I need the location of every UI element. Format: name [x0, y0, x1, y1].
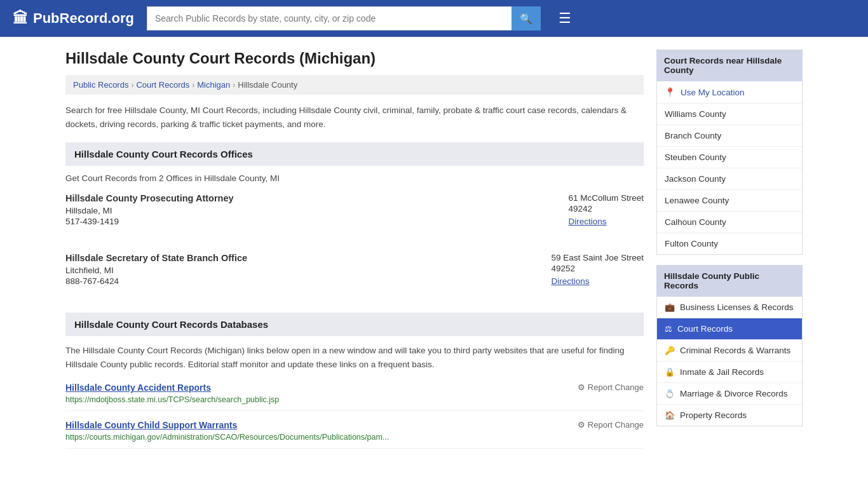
sidebar-item-court[interactable]: ⚖ Court Records — [657, 318, 802, 340]
logo-text: PubRecord.org — [33, 10, 134, 27]
sidebar-county-fulton[interactable]: Fulton County — [657, 233, 802, 254]
county-fulton-label: Fulton County — [665, 239, 718, 248]
report-change-icon-1: ⚙ — [578, 383, 585, 392]
record-item-1: Hillsdale County Accident Reports ⚙ Repo… — [65, 383, 644, 411]
lock-icon: 🔒 — [665, 367, 675, 377]
offices-section-header: Hillsdale County Court Records Offices — [65, 142, 644, 166]
office-2-zip: 49252 — [551, 264, 644, 273]
sidebar-item-inmate[interactable]: 🔒 Inmate & Jail Records — [657, 362, 802, 383]
offices-section-desc: Get Court Records from 2 Offices in Hill… — [65, 173, 644, 183]
office-1-name: Hillsdale County Prosecuting Attorney — [65, 193, 234, 203]
house-icon: 🏠 — [665, 410, 675, 420]
use-location-button[interactable]: 📍 Use My Location — [657, 81, 802, 104]
county-lenawee-label: Lenawee County — [665, 196, 729, 205]
office-1-address: 61 McCollum Street — [568, 193, 644, 203]
county-branch-label: Branch County — [665, 131, 721, 140]
nearby-section: Court Records near Hillsdale County 📍 Us… — [656, 50, 803, 255]
office-1-phone: 517-439-1419 — [65, 217, 234, 226]
record-1-report-change[interactable]: ⚙ Report Change — [578, 383, 644, 392]
report-change-icon-2: ⚙ — [578, 420, 585, 430]
office-2-directions[interactable]: Directions — [551, 276, 589, 286]
office-1-directions[interactable]: Directions — [568, 217, 606, 226]
record-1-url: https://mdotjboss.state.mi.us/TCPS/searc… — [65, 395, 644, 404]
record-item-2: Hillsdale County Child Support Warrants … — [65, 420, 644, 449]
sidebar-county-calhoun[interactable]: Calhoun County — [657, 212, 802, 233]
nearby-section-title: Court Records near Hillsdale County — [656, 50, 803, 81]
pin-icon: 📍 — [665, 87, 675, 97]
business-label: Business Licenses & Records — [680, 302, 794, 312]
breadcrumb-court-records[interactable]: Court Records — [136, 80, 189, 90]
main-content: Hillsdale County Court Records (Michigan… — [65, 50, 644, 458]
criminal-label: Criminal Records & Warrants — [680, 346, 790, 355]
search-area: 🔍 — [147, 6, 541, 30]
office-card-2: Hillsdale Secretary of State Branch Offi… — [65, 253, 644, 297]
sidebar-county-jackson[interactable]: Jackson County — [657, 168, 802, 190]
county-steuben-label: Steuben County — [665, 152, 726, 162]
office-1-zip: 49242 — [568, 204, 644, 214]
inmate-label: Inmate & Jail Records — [680, 367, 764, 377]
sidebar-county-lenawee[interactable]: Lenawee County — [657, 190, 802, 212]
record-2-url: https://courts.michigan.gov/Administrati… — [65, 433, 644, 442]
breadcrumb: Public Records › Court Records › Michiga… — [65, 75, 644, 95]
sidebar-item-property[interactable]: 🏠 Property Records — [657, 405, 802, 426]
sidebar-item-business[interactable]: 💼 Business Licenses & Records — [657, 297, 802, 318]
ring-icon: 💍 — [665, 389, 675, 398]
search-button[interactable]: 🔍 — [512, 6, 541, 30]
office-2-phone: 888-767-6424 — [65, 276, 247, 286]
marriage-label: Marriage & Divorce Records — [680, 389, 788, 398]
key-icon: 🔑 — [665, 346, 675, 355]
office-1-city: Hillsdale, MI — [65, 206, 234, 215]
search-input[interactable] — [147, 6, 512, 30]
bc-sep-3: › — [233, 81, 235, 90]
office-2-name: Hillsdale Secretary of State Branch Offi… — [65, 253, 247, 263]
public-records-section: Hillsdale County Public Records 💼 Busine… — [656, 265, 803, 426]
use-location-label: Use My Location — [681, 88, 745, 97]
logo-icon: 🏛 — [13, 10, 28, 27]
office-2-address: 59 East Saint Joe Street — [551, 253, 644, 262]
public-records-title: Hillsdale County Public Records — [656, 265, 803, 297]
site-header: 🏛 PubRecord.org 🔍 ☰ — [0, 0, 868, 37]
office-card-1: Hillsdale County Prosecuting Attorney Hi… — [65, 193, 644, 238]
sidebar-county-williams[interactable]: Williams County — [657, 104, 802, 125]
sidebar: Court Records near Hillsdale County 📍 Us… — [656, 50, 803, 458]
sidebar-item-marriage[interactable]: 💍 Marriage & Divorce Records — [657, 383, 802, 405]
sidebar-county-branch[interactable]: Branch County — [657, 125, 802, 147]
menu-button[interactable]: ☰ — [559, 10, 571, 27]
briefcase-icon: 💼 — [665, 302, 675, 312]
court-label: Court Records — [677, 324, 733, 334]
sidebar-item-criminal[interactable]: 🔑 Criminal Records & Warrants — [657, 340, 802, 362]
page-description: Search for free Hillsdale County, MI Cou… — [65, 104, 644, 131]
record-2-report-change[interactable]: ⚙ Report Change — [578, 420, 644, 430]
record-2-title[interactable]: Hillsdale County Child Support Warrants — [65, 420, 237, 430]
bc-sep-2: › — [192, 81, 194, 90]
bc-sep-1: › — [131, 81, 133, 90]
page-title: Hillsdale County Court Records (Michigan… — [65, 50, 644, 67]
balance-icon: ⚖ — [665, 324, 672, 334]
breadcrumb-current: Hillsdale County — [238, 80, 297, 90]
office-2-city: Litchfield, MI — [65, 266, 247, 275]
breadcrumb-michigan[interactable]: Michigan — [197, 80, 230, 90]
public-record-items: 💼 Business Licenses & Records ⚖ Court Re… — [656, 297, 803, 426]
sidebar-county-steuben[interactable]: Steuben County — [657, 147, 802, 168]
property-label: Property Records — [680, 410, 747, 420]
databases-section-desc: The Hillsdale County Court Records (Mich… — [65, 344, 644, 371]
nearby-items: 📍 Use My Location Williams County Branch… — [656, 81, 803, 255]
record-1-title[interactable]: Hillsdale County Accident Reports — [65, 383, 211, 393]
county-jackson-label: Jackson County — [665, 174, 726, 184]
county-calhoun-label: Calhoun County — [665, 217, 726, 227]
databases-section-header: Hillsdale County Court Records Databases — [65, 313, 644, 336]
site-logo[interactable]: 🏛 PubRecord.org — [13, 10, 134, 27]
county-williams-label: Williams County — [665, 109, 726, 119]
breadcrumb-public-records[interactable]: Public Records — [73, 80, 128, 90]
